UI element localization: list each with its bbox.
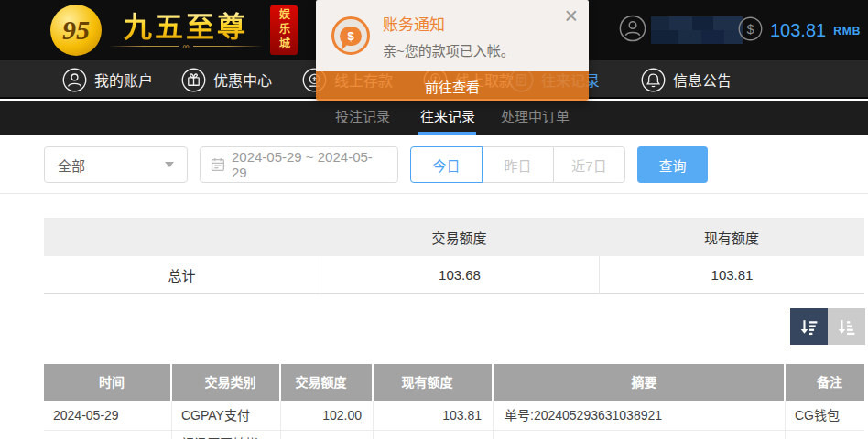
dollar-coin-icon: $ (738, 16, 763, 45)
section-divider (0, 193, 868, 194)
logo-tagline-badge: 娱乐城 (270, 5, 298, 55)
notification-title: 账务通知 (383, 12, 445, 35)
table-row-partial: 视讯厅互转帐 (44, 431, 864, 439)
cell-summary: 单号:202405293631038921 (494, 401, 786, 431)
svg-text:$: $ (746, 22, 754, 37)
summary-header-transaction-amount: 交易额度 (320, 228, 599, 247)
records-header-transaction-amount: 交易额度 (281, 364, 374, 401)
user-avatar-icon (619, 15, 646, 46)
quick-date-button-group: 今日 昨日 近7日 (410, 146, 625, 183)
account-notification-popup: $ 账务通知 亲~您的款项已入帐。 × 前往查看 (316, 0, 589, 101)
cell-time: 2024-05-29 07:10:36 (44, 401, 172, 431)
username-redacted (651, 16, 743, 44)
sort-button-group (790, 308, 865, 345)
user-icon (62, 68, 87, 92)
nav-item-promotions[interactable]: 优惠中心 (181, 60, 272, 99)
summary-header-current-amount: 现有额度 (599, 228, 864, 247)
date-range-input[interactable]: 2024-05-29 ~ 2024-05-29 (200, 146, 398, 183)
cell-type: 视讯厅互转帐 (172, 431, 281, 439)
query-button[interactable]: 查询 (637, 146, 708, 183)
records-header-time: 时间 (44, 364, 172, 401)
summary-total-row: 总计 103.68 103.81 (44, 256, 864, 294)
logo-flourish-ornament: ∞ (108, 44, 264, 49)
cell-transaction-amount (281, 431, 374, 439)
cell-transaction-amount: 102.00 (281, 401, 374, 431)
cell-current-amount: 103.81 (374, 401, 494, 431)
notification-message: 亲~您的款项已入帐。 (383, 40, 515, 59)
tab-betting-records[interactable]: 投注记录 (335, 101, 390, 135)
cell-time (44, 431, 172, 439)
type-select-dropdown[interactable]: 全部 (44, 146, 188, 183)
user-account-area[interactable] (619, 15, 743, 46)
summary-total-label: 总计 (44, 265, 320, 284)
records-table: 时间 交易类别 交易额度 现有额度 摘要 备注 2024-05-29 07:10… (44, 364, 864, 439)
cell-remark: CG钱包 (786, 401, 864, 431)
balance-currency: RMB (833, 25, 861, 37)
cell-remark (786, 431, 864, 439)
nav-item-my-account[interactable]: 我的账户 (62, 60, 153, 99)
active-tab-underline (418, 132, 476, 135)
records-header-summary: 摘要 (494, 364, 786, 401)
quick-button-yesterday[interactable]: 昨日 (482, 146, 554, 183)
notification-money-icon: $ (331, 16, 370, 55)
gift-icon (181, 68, 206, 92)
tab-pending-orders[interactable]: 处理中订单 (501, 101, 570, 135)
logo-title: 九五至尊 (124, 11, 248, 44)
logo-emblem-icon: 95 (50, 5, 102, 56)
records-header-current-amount: 现有额度 (374, 364, 494, 401)
calendar-icon (211, 157, 225, 172)
balance-display[interactable]: $ 103.81 RMB (738, 16, 862, 45)
quick-button-last7days[interactable]: 近7日 (553, 146, 625, 183)
records-header-row: 时间 交易类别 交易额度 现有额度 摘要 备注 (44, 364, 864, 401)
cell-current-amount (374, 431, 494, 439)
site-logo[interactable]: 95 九五至尊 ∞ 娱乐城 (50, 4, 298, 57)
summary-header-row: 交易额度 现有额度 (44, 218, 864, 256)
sort-ascending-button[interactable] (828, 308, 865, 345)
quick-button-today[interactable]: 今日 (410, 146, 483, 183)
summary-table: 交易额度 现有额度 总计 103.68 103.81 (44, 218, 864, 294)
cell-summary (494, 431, 786, 439)
summary-total-current-amount: 103.81 (599, 256, 864, 294)
table-row: 2024-05-29 07:10:36 CGPAY支付 102.00 103.8… (44, 401, 864, 431)
notification-view-button[interactable]: 前往查看 (316, 71, 589, 101)
sort-descending-icon (798, 316, 819, 337)
cell-type: CGPAY支付 (172, 401, 281, 431)
chevron-down-icon (165, 162, 174, 167)
sort-ascending-icon (836, 316, 857, 337)
balance-amount: 103.81 (770, 20, 826, 41)
records-header-type: 交易类别 (172, 364, 281, 401)
nav-item-announcements[interactable]: 信息公告 (641, 60, 732, 99)
records-header-remark: 备注 (786, 364, 864, 401)
sort-descending-button[interactable] (790, 308, 828, 345)
close-icon[interactable]: × (564, 2, 578, 29)
records-sub-navigation: 投注记录 往来记录 处理中订单 (0, 101, 868, 135)
bell-icon (641, 68, 666, 92)
summary-total-transaction-amount: 103.68 (320, 256, 599, 294)
tab-transaction-records[interactable]: 往来记录 (420, 101, 475, 135)
